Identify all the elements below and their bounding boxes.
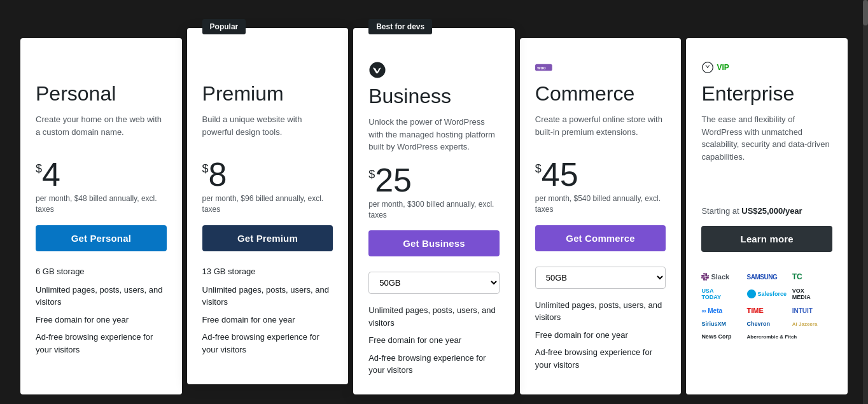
logo-intuit: INTUIT bbox=[792, 307, 832, 314]
business-price-main: 25 bbox=[375, 164, 412, 197]
feature-item: Free domain for one year bbox=[368, 331, 500, 349]
logo-siriusxm: SiriusXM bbox=[701, 321, 741, 327]
logo-time: TIME bbox=[747, 307, 787, 314]
business-name: Business bbox=[368, 84, 500, 108]
premium-price-sub: per month, $96 billed annually, excl. ta… bbox=[202, 193, 333, 215]
logo-abercrombie: Abercrombie & Fitch bbox=[747, 333, 832, 340]
feature-item: Ad-free browsing experience for your vis… bbox=[368, 349, 500, 379]
plans-container: Personal Create your home on the web wit… bbox=[20, 38, 848, 394]
premium-price-row: $ 8 bbox=[202, 158, 333, 191]
logo-slack-text: Slack bbox=[711, 273, 729, 281]
commerce-woo-icon: woo bbox=[535, 59, 666, 76]
business-wp-icon bbox=[368, 61, 500, 79]
feature-item: Unlimited pages, posts, users, and visit… bbox=[535, 296, 666, 326]
commerce-storage-select[interactable]: 50GB 100GB 200GB bbox=[535, 267, 666, 289]
logo-samsung: SAMSUNG bbox=[747, 272, 787, 281]
premium-storage: 13 GB storage bbox=[202, 267, 333, 276]
personal-price-main: 4 bbox=[42, 158, 60, 191]
personal-features: Unlimited pages, posts, users, and visit… bbox=[36, 281, 167, 359]
commerce-name: Commerce bbox=[535, 81, 666, 106]
feature-item: Free domain for one year bbox=[535, 326, 666, 344]
logo-slack: Slack bbox=[701, 272, 741, 281]
logo-tc: TC bbox=[792, 272, 832, 281]
logo-usatoday: USATODAY bbox=[701, 288, 741, 300]
salesforce-text: Salesforce bbox=[758, 291, 787, 297]
scrollbar-thumb[interactable] bbox=[863, 0, 868, 25]
plan-enterprise: VIP Enterprise The ease and flexibility … bbox=[686, 38, 848, 394]
popular-badge: Popular bbox=[202, 19, 246, 34]
commerce-desc: Create a powerful online store with buil… bbox=[535, 113, 666, 148]
premium-features: Unlimited pages, posts, users, and visit… bbox=[202, 281, 333, 359]
premium-icon bbox=[202, 59, 333, 76]
starting-label: Starting at bbox=[701, 206, 741, 216]
personal-price-row: $ 4 bbox=[36, 158, 167, 191]
logo-chevron: Chevron bbox=[747, 321, 787, 327]
business-price-sup: $ bbox=[368, 169, 375, 180]
personal-price-sup: $ bbox=[36, 163, 42, 174]
svg-text:woo: woo bbox=[536, 66, 545, 70]
bestfordevs-badge: Best for devs bbox=[368, 19, 432, 34]
personal-desc: Create your home on the web with a custo… bbox=[36, 113, 167, 148]
enterprise-logos: Slack SAMSUNG TC USATODAY Salesforce VOX… bbox=[701, 272, 832, 340]
scrollbar-track[interactable] bbox=[863, 0, 868, 404]
commerce-price-row: $ 45 bbox=[535, 158, 666, 191]
starting-price: US$25,000/year bbox=[741, 206, 802, 216]
business-storage-select[interactable]: 50GB 100GB 200GB bbox=[368, 272, 500, 294]
get-business-button[interactable]: Get Business bbox=[368, 230, 500, 256]
enterprise-desc: The ease and flexibility of WordPress wi… bbox=[701, 113, 832, 163]
personal-storage: 6 GB storage bbox=[36, 267, 167, 276]
plan-business: Best for devs Business Unlock the power … bbox=[353, 28, 515, 394]
business-desc: Unlock the power of WordPress with the m… bbox=[368, 116, 500, 153]
feature-item: Unlimited pages, posts, users, and visit… bbox=[36, 281, 167, 311]
feature-item: Unlimited pages, posts, users, and visit… bbox=[202, 281, 333, 311]
commerce-features: Unlimited pages, posts, users, and visit… bbox=[535, 296, 666, 374]
learn-more-button[interactable]: Learn more bbox=[701, 226, 832, 252]
get-premium-button[interactable]: Get Premium bbox=[202, 225, 333, 251]
feature-item: Free domain for one year bbox=[36, 311, 167, 329]
personal-price-sub: per month, $48 billed annually, excl. ta… bbox=[36, 193, 167, 215]
premium-price-sup: $ bbox=[202, 163, 209, 174]
enterprise-price-spacer bbox=[701, 173, 832, 206]
feature-item: Ad-free browsing experience for your vis… bbox=[535, 344, 666, 373]
business-price-row: $ 25 bbox=[368, 164, 500, 197]
enterprise-starting: Starting at US$25,000/year bbox=[701, 206, 832, 216]
get-personal-button[interactable]: Get Personal bbox=[36, 225, 167, 251]
logo-meta: ∞ Meta bbox=[701, 307, 741, 314]
personal-icon bbox=[36, 59, 167, 76]
business-price-sub: per month, $300 billed annually, excl. t… bbox=[368, 199, 500, 221]
commerce-price-sup: $ bbox=[535, 163, 542, 174]
personal-name: Personal bbox=[36, 81, 167, 106]
logo-voxmedia: VOXMEDIA bbox=[792, 288, 832, 300]
premium-price-main: 8 bbox=[209, 158, 227, 191]
business-features: Unlimited pages, posts, users, and visit… bbox=[368, 302, 500, 379]
commerce-price-main: 45 bbox=[542, 158, 578, 191]
plan-premium: Popular Premium Build a unique website w… bbox=[187, 28, 349, 384]
logo-aljazeera: Al Jazeera bbox=[792, 321, 832, 327]
premium-name: Premium bbox=[202, 81, 333, 106]
feature-item: Free domain for one year bbox=[202, 311, 333, 329]
commerce-price-sub: per month, $540 billed annually, excl. t… bbox=[535, 193, 666, 215]
enterprise-vip-icon: VIP bbox=[701, 59, 832, 76]
logo-salesforce: Salesforce bbox=[747, 288, 787, 300]
get-commerce-button[interactable]: Get Commerce bbox=[535, 225, 666, 251]
plan-commerce: woo Commerce Create a powerful online st… bbox=[520, 38, 682, 394]
premium-desc: Build a unique website with powerful des… bbox=[202, 113, 333, 148]
plan-personal: Personal Create your home on the web wit… bbox=[20, 38, 182, 394]
feature-item: Unlimited pages, posts, users, and visit… bbox=[368, 302, 500, 331]
feature-item: Ad-free browsing experience for your vis… bbox=[202, 328, 333, 358]
feature-item: Ad-free browsing experience for your vis… bbox=[36, 328, 167, 358]
enterprise-name: Enterprise bbox=[701, 81, 832, 106]
logo-newscorp: News Corp bbox=[701, 333, 741, 340]
